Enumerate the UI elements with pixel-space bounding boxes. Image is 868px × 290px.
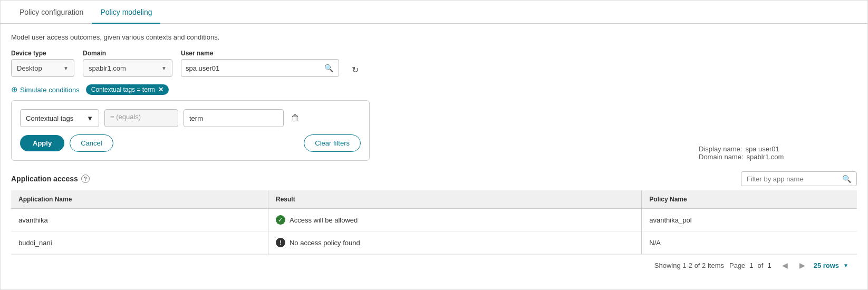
domain-label: Domain [83,50,172,57]
apply-button[interactable]: Apply [20,135,64,151]
action-buttons-row: Apply Cancel Clear filters [20,134,361,152]
filter-chevron-icon: ▼ [86,114,93,122]
pagination-bar: Showing 1-2 of 2 items Page 1 of 1 ◀ ▶ 2… [11,254,857,276]
conditions-row: ⊕ Simulate conditions Contextual tags = … [11,84,699,95]
page-current: 1 [747,262,755,269]
left-panel: Device type Desktop ▼ Domain spablr1.com… [11,50,699,168]
cell-policy-name: N/A [642,231,857,254]
cancel-button[interactable]: Cancel [70,134,113,152]
domain-name-row: Domain name: spablr1.com [699,153,825,161]
filter-controls-row: Contextual tags ▼ = (equals) 🗑 [20,109,361,127]
tab-policy-configuration[interactable]: Policy configuration [11,1,92,24]
check-circle-icon: ✓ [276,215,285,225]
content-area: Model user access outcomes, given variou… [1,24,867,281]
domain-name-label: Domain name: [699,153,744,161]
refresh-button[interactable]: ↻ [350,63,361,77]
display-name-label: Display name: [699,145,742,153]
app-access-section: Application access ? 🔍 Application Name … [11,171,857,276]
display-name-row: Display name: spa user01 [699,145,825,153]
rows-per-page-select[interactable]: 25 rows ▼ [814,262,848,269]
filter-condition-value: Contextual tags [26,114,73,122]
page-nav: Page 1 of 1 [729,262,774,269]
username-field: User name 🔍 [181,50,339,77]
device-type-label: Device type [11,50,74,57]
device-type-value: Desktop [17,64,42,72]
warning-circle-icon: ! [276,238,285,247]
form-row: Device type Desktop ▼ Domain spablr1.com… [11,50,699,77]
col-result: Result [268,190,641,209]
tag-badge-text: Contextual tags = term [91,86,155,93]
next-page-button[interactable]: ▶ [796,260,808,270]
domain-value: spablr1.com [89,64,126,72]
chevron-down-icon: ▼ [63,65,69,71]
table-row: avanthika✓Access will be allowedavanthik… [11,209,857,231]
result-text: Access will be allowed [290,216,358,224]
device-type-select[interactable]: Desktop ▼ [11,59,74,77]
filter-app-input-wrap: 🔍 [741,171,857,186]
equals-field: = (equals) [104,109,178,127]
result-cell: ✓Access will be allowed [276,215,634,225]
filter-panel: Contextual tags ▼ = (equals) 🗑 Apply Can… [11,100,370,161]
filter-app-input[interactable] [747,175,839,183]
tabs-bar: Policy configuration Policy modeling [1,1,867,24]
col-app-name: Application Name [11,190,268,209]
simulate-conditions-button[interactable]: ⊕ Simulate conditions [11,85,80,94]
table-header-row: Application Name Result Policy Name [11,190,857,209]
app-access-label: Application access [11,175,78,183]
plus-icon: ⊕ [11,85,18,94]
page-total: 1 [765,262,773,269]
col-policy-name: Policy Name [642,190,857,209]
tag-close-icon[interactable]: ✕ [158,86,163,93]
username-search-button[interactable]: 🔍 [323,63,334,73]
app-access-header: Application access ? 🔍 [11,171,857,186]
cell-result: ✓Access will be allowed [268,209,641,231]
username-label: User name [181,50,339,57]
domain-field: Domain spablr1.com ▼ [83,50,172,77]
page-of-label: of [758,262,764,269]
simulate-label: Simulate conditions [20,86,80,94]
result-text: No access policy found [290,239,360,247]
cell-app-name: buddi_nani [11,231,268,254]
rows-chevron-icon: ▼ [843,263,848,268]
table-row: buddi_nani!No access policy foundN/A [11,231,857,254]
result-cell: !No access policy found [276,238,634,247]
cell-app-name: avanthika [11,209,268,231]
description-text: Model user access outcomes, given variou… [11,33,857,41]
user-info-panel: Display name: spa user01 Domain name: sp… [699,145,857,168]
display-name-value: spa user01 [745,145,779,153]
filter-app-search-icon: 🔍 [842,175,851,183]
domain-select[interactable]: spablr1.com ▼ [83,59,172,77]
pagination-showing: Showing 1-2 of 2 items [654,262,724,269]
active-tag-badge: Contextual tags = term ✕ [86,84,169,95]
page-label: Page [729,262,745,269]
filter-condition-select[interactable]: Contextual tags ▼ [20,109,99,127]
username-input[interactable] [186,64,323,72]
delete-filter-button[interactable]: 🗑 [289,111,302,125]
cell-result: !No access policy found [268,231,641,254]
help-icon[interactable]: ? [81,175,90,183]
domain-name-value: spablr1.com [747,153,784,161]
tag-value-input[interactable] [184,109,284,127]
domain-chevron-icon: ▼ [161,65,167,71]
data-table: Application Name Result Policy Name avan… [11,190,857,254]
tab-policy-modeling[interactable]: Policy modeling [92,1,160,24]
cell-policy-name: avanthika_pol [642,209,857,231]
rows-label: 25 rows [814,262,839,269]
clear-filters-button[interactable]: Clear filters [304,134,361,152]
prev-page-button[interactable]: ◀ [779,260,791,270]
device-type-field: Device type Desktop ▼ [11,50,74,77]
app-access-title: Application access ? [11,175,90,183]
username-input-wrap: 🔍 [181,59,339,77]
top-section: Device type Desktop ▼ Domain spablr1.com… [11,50,857,168]
